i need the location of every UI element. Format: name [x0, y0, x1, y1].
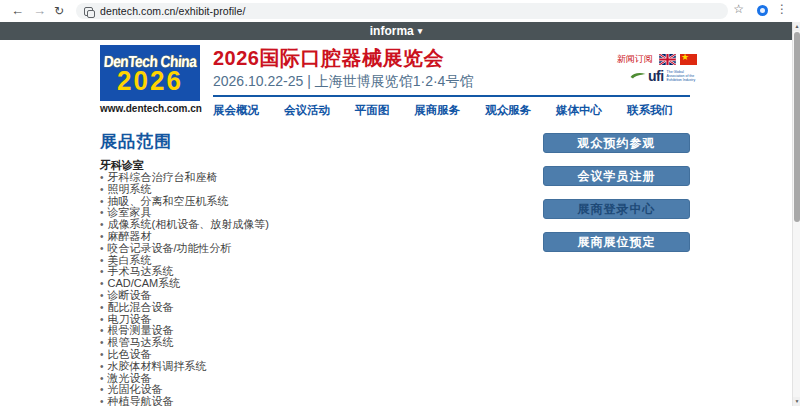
browser-window: ← → ↻ dentech.com.cn/exhibit-profile/ ☆ … — [0, 0, 800, 406]
forward-icon[interactable]: → — [33, 1, 46, 21]
list-item: 咬合记录设备/功能性分析 — [100, 243, 269, 255]
visitor-pre-registration-button[interactable]: 观众预约参观 — [543, 133, 690, 153]
list-item: 种植导航设备 — [100, 396, 269, 406]
ufi-logo: ufi The Global Association of the Exhibi… — [630, 68, 697, 84]
logo-line2: 2026 — [117, 68, 183, 93]
dentech-logo[interactable]: DenTech China 2026 — [100, 45, 200, 101]
logo-website-text: www.dentech.com.cn — [100, 103, 202, 114]
list-item: 照明系统 — [100, 184, 269, 196]
chevron-down-icon: ▾ — [418, 26, 423, 36]
site-info-icon[interactable] — [84, 7, 93, 16]
nav-divider-line — [213, 95, 690, 97]
list-item: 比色设备 — [100, 349, 269, 361]
nav-item-exhibitor-services[interactable]: 展商服务 — [414, 103, 460, 118]
profile-icon[interactable] — [757, 5, 768, 16]
exhibit-items-list: 牙科综合治疗台和座椅 照明系统 抽吸、分离和空压机系统 诊室家具 成像系统(相机… — [100, 172, 269, 406]
scrollbar-thumb[interactable] — [794, 32, 800, 222]
page-scrollbar[interactable]: ▲ ▼ — [792, 22, 800, 406]
nav-item-overview[interactable]: 展会概况 — [213, 103, 259, 118]
exhibition-date-venue: 2026.10.22-25 | 上海世博展览馆1·2·4号馆 — [213, 73, 473, 91]
scroll-down-icon[interactable]: ▼ — [793, 397, 800, 406]
section-heading-exhibit-profile: 展品范围 — [100, 130, 172, 153]
list-item: 水胶体材料调拌系统 — [100, 361, 269, 373]
nav-item-conference[interactable]: 会议活动 — [284, 103, 330, 118]
nav-item-contact-us[interactable]: 联系我们 — [627, 103, 673, 118]
conference-registration-button[interactable]: 会议学员注册 — [543, 166, 690, 186]
nav-item-visitor-services[interactable]: 观众服务 — [485, 103, 531, 118]
browser-address-bar: ← → ↻ dentech.com.cn/exhibit-profile/ ☆ … — [0, 0, 800, 22]
newsletter-language-row: 新闻订阅 ★ — [617, 53, 701, 66]
list-item: 诊断设备 — [100, 290, 269, 302]
url-field[interactable]: dentech.com.cn/exhibit-profile/ — [76, 3, 728, 19]
uk-flag-icon[interactable] — [659, 54, 676, 65]
ufi-tagline: The Global Association of the Exhibition… — [667, 70, 697, 82]
china-flag-icon[interactable]: ★ — [680, 54, 697, 65]
scroll-up-icon[interactable]: ▲ — [793, 22, 800, 31]
browser-menu-icon[interactable]: ⋮ — [776, 2, 788, 16]
newsletter-link[interactable]: 新闻订阅 — [617, 53, 653, 66]
page-title-exhibition: 2026国际口腔器械展览会 — [213, 45, 444, 72]
ufi-wordmark: ufi — [648, 68, 664, 84]
informa-dropdown-bar[interactable]: informa ▾ — [0, 22, 792, 40]
informa-label: informa — [370, 24, 414, 38]
main-navigation: 展会概况 会议活动 平面图 展商服务 观众服务 媒体中心 联系我们 — [213, 103, 673, 118]
reload-icon[interactable]: ↻ — [54, 1, 64, 21]
booth-reservation-button[interactable]: 展商展位预定 — [543, 232, 690, 252]
list-item: 配比混合设备 — [100, 302, 269, 314]
nav-item-media-center[interactable]: 媒体中心 — [556, 103, 602, 118]
url-text[interactable]: dentech.com.cn/exhibit-profile/ — [100, 5, 246, 17]
exhibitor-login-button[interactable]: 展商登录中心 — [543, 199, 690, 219]
bookmark-star-icon[interactable]: ☆ — [733, 2, 744, 16]
ufi-leaf-icon — [630, 72, 646, 80]
nav-item-floorplan[interactable]: 平面图 — [355, 103, 390, 118]
list-item: 麻醉器材 — [100, 231, 269, 243]
back-icon[interactable]: ← — [11, 1, 24, 21]
